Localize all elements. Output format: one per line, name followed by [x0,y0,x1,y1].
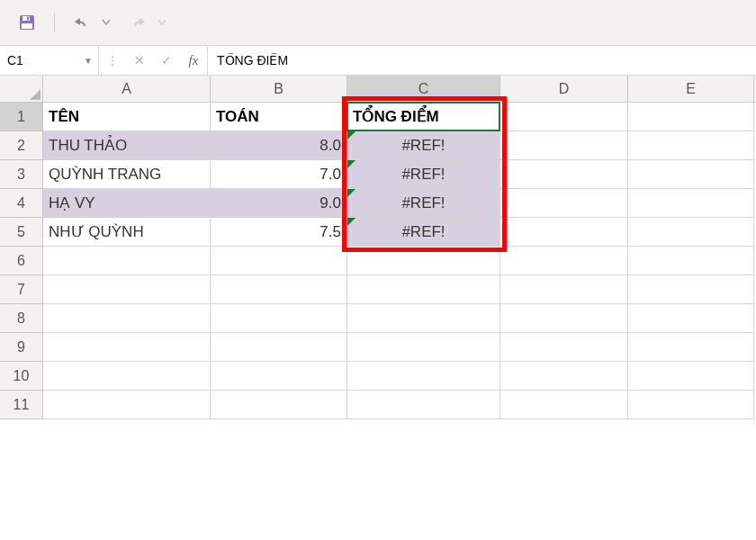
cell-A7[interactable] [43,275,211,304]
cell-D2[interactable] [500,131,628,160]
cell-B8[interactable] [211,304,347,333]
cell-C5-value: #REF! [401,223,445,241]
cell-C9[interactable] [347,333,500,362]
row-header-11[interactable]: 11 [0,391,42,419]
cell-E8[interactable] [628,304,754,333]
col-header-C[interactable]: C [347,76,500,102]
cell-E6[interactable] [628,247,754,275]
enter-formula-button[interactable]: ✓ [153,46,180,75]
cell-E9[interactable] [628,333,754,362]
cell-A6[interactable] [43,247,211,275]
row-header-5[interactable]: 5 [0,218,42,247]
cell-D11[interactable] [500,391,628,419]
row-header-6[interactable]: 6 [0,247,42,275]
cell-B6[interactable] [211,247,347,275]
cell-B5[interactable]: 7.5 [211,218,347,247]
cell-A9[interactable] [43,333,211,362]
col-header-B[interactable]: B [211,76,347,102]
cell-C7[interactable] [347,275,500,304]
cell-E5[interactable] [628,218,754,247]
cell-B4[interactable]: 9.0 [211,189,347,218]
cell-C8[interactable] [347,304,500,333]
cell-C5[interactable]: #REF! [347,218,500,247]
cancel-formula-button[interactable]: ✕ [126,46,153,75]
cell-D8[interactable] [500,304,628,333]
row-header-8[interactable]: 8 [0,304,42,333]
cell-A8[interactable] [43,304,211,333]
cell-A4[interactable]: HẠ VY [43,189,211,218]
svg-rect-3 [27,17,29,21]
row-header-1[interactable]: 1 [0,103,42,131]
cell-C2[interactable]: #REF! [347,131,500,160]
undo-more-icon[interactable] [100,10,112,35]
error-indicator-icon[interactable] [347,189,356,197]
row-header-7[interactable]: 7 [0,275,42,304]
cell-E7[interactable] [628,275,754,304]
cell-A11[interactable] [43,391,211,419]
cell-D1[interactable] [500,103,628,131]
cell-D3[interactable] [500,160,628,189]
cell-B11[interactable] [211,391,347,419]
error-indicator-icon[interactable] [347,131,356,140]
col-header-D[interactable]: D [500,76,628,102]
cell-B1[interactable]: TOÁN [211,103,347,131]
cell-C4[interactable]: #REF! [347,189,500,218]
cell-A2[interactable]: THU THẢO [43,131,211,160]
cell-E1[interactable] [628,103,754,131]
name-box[interactable]: ▼ [0,46,99,75]
column-headers: A B C D E [43,76,756,103]
row-header-9[interactable]: 9 [0,333,42,362]
svg-rect-2 [22,23,32,29]
cell-C1[interactable]: TỔNG ĐIỂM [347,103,500,131]
col-header-A[interactable]: A [43,76,211,102]
redo-button[interactable] [125,10,150,35]
cell-D10[interactable] [500,362,628,391]
cell-E11[interactable] [628,391,754,419]
cell-D6[interactable] [500,247,628,275]
cell-B2[interactable]: 8.0 [211,131,347,160]
cell-A1[interactable]: TÊN [43,103,211,131]
cell-C6[interactable] [347,247,500,275]
cell-D4[interactable] [500,189,628,218]
name-box-input[interactable] [7,53,70,68]
cell-B7[interactable] [211,275,347,304]
cell-C4-value: #REF! [401,194,445,212]
select-all-corner[interactable] [0,76,43,103]
quick-access-toolbar [0,0,756,45]
cell-E3[interactable] [628,160,754,189]
cell-A3[interactable]: QUỲNH TRANG [43,160,211,189]
col-header-E[interactable]: E [628,76,754,102]
name-box-dropdown-icon[interactable]: ▼ [84,56,93,66]
insert-function-button[interactable]: fx [180,46,207,75]
error-indicator-icon[interactable] [347,160,356,168]
cell-A5[interactable]: NHƯ QUỲNH [43,218,211,247]
formula-bar-buttons: ⋮ ✕ ✓ fx [99,46,208,75]
cell-B3[interactable]: 7.0 [211,160,347,189]
undo-button[interactable] [69,10,94,35]
cell-E4[interactable] [628,189,754,218]
cell-C11[interactable] [347,391,500,419]
redo-more-icon[interactable] [156,10,168,35]
error-indicator-icon[interactable] [347,218,356,226]
cell-D7[interactable] [500,275,628,304]
save-button[interactable] [14,10,40,35]
cell-C10[interactable] [347,362,500,391]
cell-C2-value: #REF! [401,137,445,155]
row-header-2[interactable]: 2 [0,131,42,160]
row-header-4[interactable]: 4 [0,189,42,218]
cell-D5[interactable] [500,218,628,247]
formula-input[interactable] [208,46,756,75]
row-header-3[interactable]: 3 [0,160,42,189]
cell-B10[interactable] [211,362,347,391]
cell-D9[interactable] [500,333,628,362]
cell-C3[interactable]: #REF! [347,160,500,189]
cell-E2[interactable] [628,131,754,160]
formula-ellipsis-icon[interactable]: ⋮ [99,46,126,75]
cell-A10[interactable] [43,362,211,391]
cell-B9[interactable] [211,333,347,362]
row-header-10[interactable]: 10 [0,362,42,391]
spreadsheet-grid: A B C D E 1 2 3 4 5 6 7 8 9 10 11 TÊN TO… [0,76,756,540]
cell-E10[interactable] [628,362,754,391]
separator [54,13,55,32]
cells: TÊN TOÁN TỔNG ĐIỂM THU THẢO 8.0 #REF! QU… [43,103,756,419]
